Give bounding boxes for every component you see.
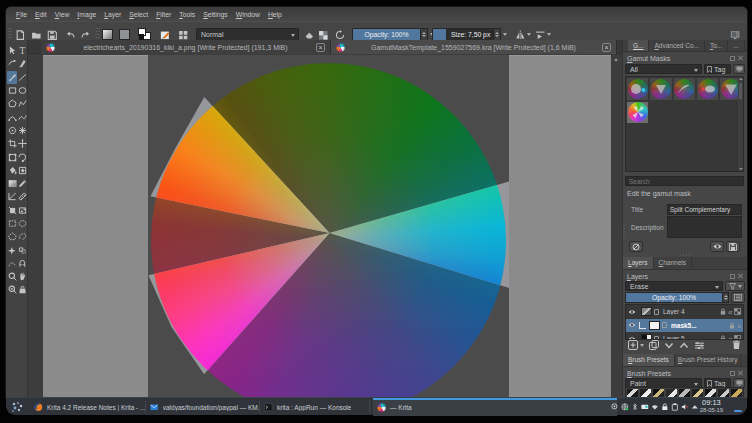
tab-layers[interactable]: Layers — [623, 257, 654, 269]
lock-icon[interactable] — [729, 322, 735, 329]
menu-help[interactable]: Help — [264, 11, 286, 18]
menu-image[interactable]: Image — [73, 11, 100, 18]
preview-mask-button[interactable] — [710, 241, 724, 252]
tool-bezier-select[interactable] — [7, 257, 17, 270]
tool-move[interactable] — [17, 137, 27, 150]
layer-row-layer-4[interactable]: Layer 4 α — [626, 305, 743, 319]
search-input[interactable]: Search — [625, 176, 744, 186]
panel-handle[interactable] — [734, 410, 742, 412]
tool-assistants[interactable] — [7, 190, 17, 203]
mirror-options-arrow[interactable] — [527, 33, 531, 36]
layer-options-button[interactable] — [731, 292, 745, 303]
tool-contiguous-select[interactable] — [7, 243, 17, 256]
preview-off-button[interactable] — [629, 241, 643, 252]
app-launcher-button[interactable] — [10, 400, 24, 414]
title-input[interactable]: Split Complementary — [667, 204, 742, 215]
tab-channels[interactable]: Channels — [654, 257, 692, 269]
tool-freehand-select[interactable] — [17, 230, 27, 243]
canvas-vscrollbar[interactable] — [611, 54, 622, 397]
canvas-viewport[interactable] — [28, 54, 622, 397]
tag-button[interactable]: Tag — [704, 64, 731, 74]
tool-line[interactable] — [17, 71, 27, 84]
menu-file[interactable]: File — [12, 11, 31, 18]
tool-pan[interactable] — [17, 270, 27, 283]
tool-zoom[interactable] — [7, 270, 17, 283]
tool-text[interactable]: T — [17, 44, 27, 57]
layer-filter-button[interactable] — [725, 281, 745, 291]
tool-color-sampler[interactable] — [17, 177, 27, 190]
tool-transform[interactable] — [7, 150, 17, 163]
menu-settings[interactable]: Settings — [199, 11, 232, 18]
gamut-mask-thumbnail-2[interactable] — [649, 77, 672, 101]
tray-chevron-up[interactable] — [691, 403, 699, 411]
tray-magnifier[interactable] — [611, 403, 619, 411]
gamut-mask-thumbnail-3[interactable] — [673, 77, 696, 101]
close-docker-icon[interactable] — [737, 55, 743, 61]
tool-poly-select[interactable] — [7, 230, 17, 243]
tool-bezier-curve[interactable] — [7, 110, 17, 123]
tool-measure[interactable] — [17, 190, 27, 203]
close-docker-icon[interactable] — [737, 273, 743, 279]
tool-bag[interactable] — [17, 283, 27, 296]
tool-patch[interactable] — [17, 150, 27, 163]
tool-freehand-path[interactable] — [17, 110, 27, 123]
tray-lock[interactable] — [661, 403, 669, 411]
clock[interactable]: 09:13 28-05-19 — [700, 399, 723, 414]
tray-wifi[interactable] — [651, 403, 659, 411]
alpha-icon[interactable]: α — [728, 308, 732, 315]
tool-rectangle[interactable] — [7, 84, 17, 97]
menu-window[interactable]: Window — [232, 11, 264, 18]
scroll-down-icon[interactable] — [739, 168, 743, 170]
tool-gradient[interactable] — [7, 177, 17, 190]
tool-encloseandfill[interactable] — [17, 164, 27, 177]
tool-shape-select[interactable] — [7, 44, 17, 57]
layer-properties-button[interactable] — [692, 341, 707, 350]
lock-icon[interactable] — [720, 308, 726, 315]
docker-tab-3[interactable]: To... — [705, 40, 728, 51]
scroll-up-icon[interactable] — [614, 58, 618, 61]
resource-scrollbar[interactable] — [738, 77, 743, 171]
resource-filter-combo[interactable]: All — [625, 64, 702, 74]
document-tab-1[interactable]: electrichearts_20190316_kiki_a.png [Writ… — [41, 40, 331, 54]
tray-bluetooth[interactable] — [631, 403, 639, 411]
visibility-eye-icon[interactable] — [628, 309, 636, 315]
float-docker-icon[interactable] — [730, 371, 735, 376]
tool-rect-select[interactable] — [7, 217, 17, 230]
tool-magnetic-select[interactable] — [17, 257, 27, 270]
task-button-4[interactable]: — Krita — [373, 398, 617, 416]
menu-filter[interactable]: Filter — [152, 11, 175, 18]
scroll-up-icon[interactable] — [739, 78, 743, 80]
gamut-mask-thumbnail-1[interactable] — [626, 77, 649, 101]
docker-tab-1[interactable]: G... — [628, 40, 649, 51]
move-layer-down-button[interactable] — [662, 341, 676, 350]
layer-opacity-slider[interactable]: Opacity: 100% — [625, 292, 723, 303]
tool-edit-shapes[interactable] — [7, 57, 17, 70]
description-input[interactable] — [667, 216, 742, 238]
layer-row-mask5-[interactable]: mask5... α — [626, 319, 743, 333]
tray-volume-muted[interactable] — [681, 403, 689, 411]
tab-brush-presets[interactable]: Brush Presets — [623, 354, 675, 366]
float-docker-icon[interactable] — [730, 56, 735, 61]
menu-select[interactable]: Select — [125, 11, 152, 18]
wrap-options-arrow[interactable] — [547, 33, 551, 36]
tool-multibrush[interactable] — [17, 124, 27, 137]
size-options-arrow[interactable] — [503, 33, 507, 36]
menu-view[interactable]: View — [51, 11, 74, 18]
layer-opacity-spinner[interactable] — [723, 292, 729, 303]
save-mask-button[interactable] — [726, 241, 740, 252]
alpha-icon[interactable]: α — [737, 322, 741, 329]
layer-blend-combo[interactable]: Erase — [625, 281, 723, 291]
menu-tools[interactable]: Tools — [175, 11, 199, 18]
alpha-lock-icon[interactable] — [734, 308, 741, 315]
docker-tab-2[interactable]: Advanced Co... — [649, 40, 704, 51]
tool-smart-patch[interactable] — [7, 204, 17, 217]
gamut-mask-thumbnail-4[interactable] — [696, 77, 719, 101]
tool-ellipse[interactable] — [17, 84, 27, 97]
tool-fill[interactable] — [7, 164, 17, 177]
tray-clipboard[interactable] — [671, 403, 679, 411]
tab-brush-history[interactable]: Brush Preset History — [675, 354, 742, 366]
tool-zoom2[interactable] — [7, 283, 17, 296]
layer-row-layer-5[interactable]: Layer 5 α — [626, 332, 743, 340]
tool-similar-select[interactable] — [17, 243, 27, 256]
task-button-3[interactable]: krita : AppRun — Konsole — [260, 398, 370, 416]
